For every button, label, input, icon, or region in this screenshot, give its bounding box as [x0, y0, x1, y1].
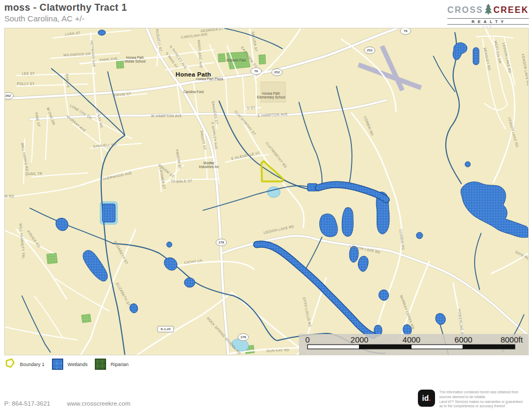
place-label: Bridwell Park	[227, 58, 247, 62]
map-report-page: moss - Clatworthy Tract 1 South Carolina…	[0, 0, 532, 411]
place-label: Honea PathMiddle School	[124, 56, 146, 63]
land-id-logo: id.	[418, 390, 435, 407]
legend-label: Wetlands	[68, 362, 87, 367]
logo-word-creek: CREEK	[493, 5, 529, 15]
page-title: moss - Clatworthy Tract 1	[4, 2, 127, 13]
route-shield: 76	[251, 68, 261, 75]
website-link[interactable]: www.crosscreekre.com	[67, 400, 130, 407]
svg-text:S-1-24: S-1-24	[161, 327, 171, 331]
scale-tick: 4000	[402, 335, 420, 344]
route-shield: 178	[216, 239, 227, 246]
logo-word-realty: REALTY	[447, 18, 529, 25]
route-shield: 252	[272, 69, 282, 76]
page-subtitle: South Carolina, AC +/-	[4, 14, 85, 23]
wetlands-swatch-icon	[52, 359, 63, 370]
svg-text:76: 76	[404, 29, 408, 33]
legend-label: Riparian	[110, 362, 129, 367]
boundary-swatch-icon	[4, 357, 16, 371]
route-shield: 252	[364, 47, 375, 54]
svg-text:252: 252	[5, 94, 11, 97]
road-label: W HAMPTON AVE	[151, 114, 182, 118]
svg-text:178: 178	[241, 335, 246, 339]
svg-text:252: 252	[274, 70, 280, 74]
disclaimer-text: The information contained herein was obt…	[439, 390, 529, 409]
legend-label: Boundary 1	[20, 362, 44, 367]
riparian-swatch-icon	[95, 359, 106, 370]
map-canvas: 7625225276252178178S-1-24 LUSK STWILDWOO…	[5, 28, 528, 355]
map: 7625225276252178178S-1-24 LUSK STWILDWOO…	[4, 28, 529, 355]
svg-text:252: 252	[367, 48, 373, 52]
logo-word-cross: CROSS	[447, 5, 483, 15]
road-label: QUAIL TR	[25, 172, 42, 176]
road-label: LEE ST	[22, 72, 35, 75]
place-label: Carolina Ford	[183, 90, 204, 94]
road-label: RM RD	[5, 194, 14, 198]
route-shield: 76	[400, 28, 411, 35]
route-shield: 178	[238, 334, 249, 341]
phone-number: P: 864-517-3621	[4, 400, 50, 407]
town-label: Honea Path	[176, 71, 211, 78]
legend-item-wetlands: Wetlands	[52, 359, 87, 370]
scale-tick: 0	[305, 335, 310, 344]
svg-text:178: 178	[219, 240, 224, 244]
road-label: U ST	[247, 106, 256, 110]
legend-item-riparian: Riparian	[95, 359, 129, 370]
route-shield: S-1-24	[158, 326, 174, 332]
scale-tick: 8000ft	[500, 335, 523, 344]
legend-item-boundary: Boundary 1	[4, 357, 44, 371]
svg-text:76: 76	[254, 69, 258, 73]
scale-bar: 02000400060008000ft	[299, 334, 528, 355]
scale-tick: 6000	[454, 335, 472, 344]
scale-tick: 2000	[350, 335, 368, 344]
road-label: POLLY ST	[17, 82, 35, 86]
crosscreek-logo: CROSS CREEK REALTY LLC	[447, 3, 529, 28]
route-shield: 252	[5, 93, 13, 100]
legend: Boundary 1 Wetlands Riparian	[4, 357, 129, 371]
place-label: Honea Path Plaza	[196, 77, 223, 81]
tree-icon	[484, 3, 492, 18]
